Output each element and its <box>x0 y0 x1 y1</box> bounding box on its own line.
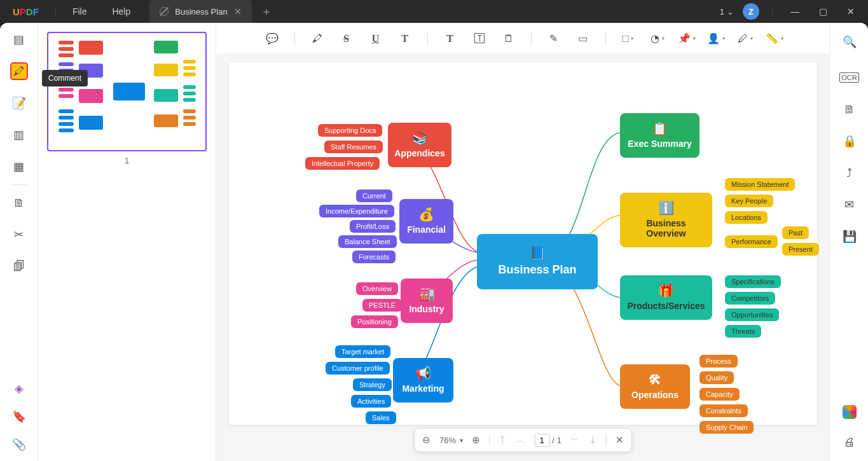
attachment-icon[interactable]: 📎 <box>11 437 27 452</box>
child-profit: Profit/Loss <box>350 220 396 233</box>
tab-active[interactable]: Business Plan ✕ <box>149 0 251 23</box>
zoom-value[interactable]: 76% ▾ <box>439 436 463 445</box>
child-process: Process <box>699 355 738 368</box>
child-pestle: PESTLE <box>362 299 402 312</box>
child-supplychain: Supply Chain <box>699 421 754 434</box>
title-bar: UPDF File Help Business Plan ✕ ＋ 1⌄ Z — … <box>0 0 868 23</box>
child-constraints: Constraints <box>699 404 748 417</box>
reader-mode-icon[interactable]: ▤ <box>11 32 27 47</box>
main-area: 💬 🖍 S U T T 🅃 🗒 ✎ ▭ □ ◔ 📌 👤 🖊 📏 <box>216 23 830 461</box>
print-icon[interactable]: 🖨 <box>842 434 857 450</box>
sticker-icon[interactable]: ◔ <box>651 32 665 46</box>
mindmap-root: 📘 Business Plan <box>477 234 598 289</box>
titlebar-right: 1⌄ Z — ▢ ✕ <box>720 3 868 20</box>
page-input[interactable] <box>534 434 549 447</box>
next-page-button[interactable]: ﹀ <box>570 434 580 446</box>
child-customer: Customer profile <box>326 362 390 375</box>
redact-icon[interactable]: ▦ <box>11 159 27 174</box>
child-supporting-docs: Supporting Docs <box>318 124 382 137</box>
page-indicator: / 1 <box>534 434 561 447</box>
tab-add-button[interactable]: ＋ <box>261 4 272 19</box>
divider <box>772 6 773 17</box>
child-mission: Mission Statement <box>725 178 795 191</box>
eraser-icon[interactable]: ▭ <box>576 32 590 46</box>
topic-financial: 💰 Financial <box>399 199 453 244</box>
compress-icon[interactable]: 🗐 <box>11 259 27 274</box>
last-page-button[interactable]: ⤓ <box>589 434 597 446</box>
child-present: Present <box>782 243 819 256</box>
search-icon[interactable]: 🔍 <box>842 34 857 50</box>
highlighter-pen-icon[interactable]: 🖊 <box>738 32 752 46</box>
zoom-in-button[interactable]: ⊕ <box>472 434 480 446</box>
pencil-icon[interactable]: ✎ <box>547 32 561 46</box>
user-avatar[interactable]: Z <box>743 3 759 20</box>
convert-icon[interactable]: 🗎 <box>842 102 857 117</box>
save-icon[interactable]: 💾 <box>842 229 857 244</box>
menu-help[interactable]: Help <box>99 6 143 17</box>
layers-icon[interactable]: ◈ <box>11 381 27 396</box>
edit-text-icon[interactable]: 📝 <box>11 95 27 111</box>
window-count[interactable]: 1⌄ <box>720 7 734 17</box>
window-minimize-button[interactable]: — <box>785 6 804 17</box>
clipboard-icon: 📋 <box>652 122 668 135</box>
divider <box>489 434 490 446</box>
window-maximize-button[interactable]: ▢ <box>813 6 832 17</box>
zoom-out-button[interactable]: ⊖ <box>422 434 431 446</box>
share-icon[interactable]: ⤴ <box>842 165 857 181</box>
underline-icon[interactable]: U <box>369 32 383 46</box>
child-keypeople: Key People <box>725 195 773 207</box>
document-canvas[interactable]: 📘 Business Plan 📚 Appendices Supporting … <box>216 55 830 461</box>
child-forecasts: Forecasts <box>352 251 396 263</box>
protect-icon[interactable]: 🔒 <box>842 134 857 149</box>
email-icon[interactable]: ✉ <box>842 197 857 212</box>
shape-tool-icon[interactable]: □ <box>621 32 635 46</box>
megaphone-icon: 📢 <box>415 367 431 380</box>
child-sales: Sales <box>366 411 396 424</box>
page-nav-bar: ⊖ 76% ▾ ⊕ ⤒ ︿ / 1 ﹀ ⤓ ✕ <box>414 428 632 452</box>
page-thumbnail[interactable] <box>47 32 207 151</box>
ocr-icon[interactable]: OCR <box>842 70 857 85</box>
close-nav-button[interactable]: ✕ <box>616 434 624 446</box>
tab-unsaved-icon <box>160 7 169 16</box>
child-threats: Threats <box>725 325 761 338</box>
thumbnail-preview <box>50 34 204 149</box>
info-icon: ℹ️ <box>658 202 674 214</box>
prev-page-button[interactable]: ︿ <box>516 434 525 446</box>
text-icon[interactable]: T <box>443 32 457 46</box>
first-page-button[interactable]: ⤒ <box>499 434 507 446</box>
app-logo: UPDF <box>0 6 52 17</box>
child-spec: Specifications <box>725 275 781 288</box>
chevron-down-icon: ⌄ <box>727 7 734 17</box>
note-icon[interactable]: 💬 <box>265 32 279 46</box>
thumbnail-number: 1 <box>47 156 207 165</box>
measure-icon[interactable]: 📏 <box>768 32 782 46</box>
child-ip: Intellectual Property <box>305 157 380 170</box>
textbox-icon[interactable]: 🅃 <box>472 32 486 46</box>
child-performance: Performance <box>725 235 778 248</box>
gift-icon: 🎁 <box>658 284 674 297</box>
tab-close-icon[interactable]: ✕ <box>234 6 242 17</box>
crop-icon[interactable]: ✂ <box>11 227 27 242</box>
organize-pages-icon[interactable]: ▥ <box>11 127 27 142</box>
topic-appendices: 📚 Appendices <box>388 123 451 167</box>
ai-assistant-icon[interactable] <box>843 405 857 419</box>
menu-file[interactable]: File <box>60 6 100 17</box>
typewriter-icon[interactable]: 🗒 <box>502 32 516 46</box>
topic-exec: 📋 Exec Summary <box>620 113 699 158</box>
divider <box>605 32 606 45</box>
stamp-icon[interactable]: 📌 <box>680 32 694 46</box>
child-strategy: Strategy <box>353 378 392 391</box>
squiggly-icon[interactable]: T <box>398 32 412 46</box>
child-target: Target market <box>335 345 390 358</box>
window-close-button[interactable]: ✕ <box>841 6 860 17</box>
signature-icon[interactable]: 👤 <box>709 32 723 46</box>
child-opportunities: Opportunities <box>725 308 779 321</box>
comment-tool-icon[interactable]: 🖍 <box>11 64 27 79</box>
tools-icon[interactable]: 🗎 <box>11 195 27 210</box>
highlight-icon[interactable]: 🖍 <box>310 32 324 46</box>
topic-marketing: 📢 Marketing <box>393 358 453 403</box>
child-past: Past <box>782 226 809 239</box>
bookmark-icon[interactable]: 🔖 <box>11 409 27 424</box>
child-quality: Quality <box>699 371 734 384</box>
strikethrough-icon[interactable]: S <box>340 32 354 46</box>
